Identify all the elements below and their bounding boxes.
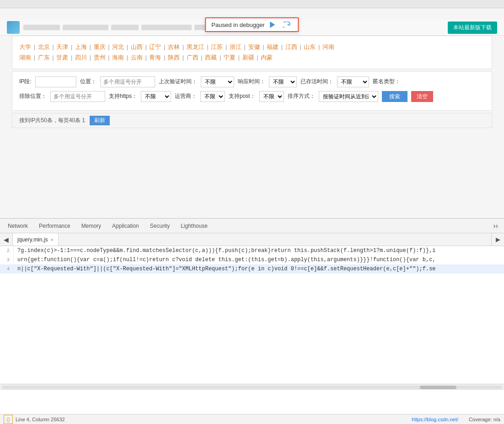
horizontal-scrollbar[interactable]	[0, 384, 504, 390]
tab-performance[interactable]: Performance	[33, 219, 76, 233]
coverage-link: https://blog.csdn.net/	[412, 417, 458, 422]
active-select[interactable]: 不限	[337, 76, 369, 87]
website-area: Paused in debugger 本站最新版下载	[0, 8, 504, 219]
https-select[interactable]: 不限 支持 不支持	[141, 91, 171, 102]
ip-input[interactable]	[35, 76, 76, 87]
line-number-3: 3	[0, 255, 14, 264]
post-label: 支持post：	[229, 92, 256, 100]
svg-marker-0	[287, 24, 290, 26]
clear-button[interactable]: 清空	[411, 91, 433, 102]
file-tab-scroll-right[interactable]: ▶	[491, 233, 504, 246]
ip-label: IP段:	[19, 78, 32, 86]
file-tab-close[interactable]: ×	[50, 237, 53, 242]
tab-application[interactable]: Application	[107, 219, 145, 233]
https-label: 支持https：	[109, 92, 137, 100]
line-col-status: Line 4, Column 25632	[16, 417, 65, 422]
file-tab-name: jquery.min.js	[17, 236, 48, 243]
site-logo	[7, 21, 20, 34]
status-bar: {} Line 4, Column 25632 https://blog.csd…	[0, 414, 504, 424]
line-number-4: 4	[0, 264, 14, 274]
sort-label: 排序方式：	[288, 92, 315, 100]
location-input[interactable]	[100, 76, 155, 87]
code-line-2: 2 ?g.index(c)>-1:1===c.nodeType&&m.find.…	[0, 246, 504, 255]
response-select[interactable]: 不限 1秒内 3秒内	[269, 76, 297, 87]
filter-section: IP段: 位置： 上次验证时间： 不限 1小时内 3小时内 响应时间： 不限 1…	[12, 71, 492, 111]
debugger-banner-text: Paused in debugger	[211, 21, 264, 28]
line-content-4: n||c["X-Requested-With"]||(c["X-Requeste…	[17, 264, 436, 274]
response-label: 响应时间：	[238, 78, 265, 86]
devtools-tabs: Network Performance Memory Application S…	[0, 219, 504, 233]
chinese-nav-section: 大学 | 北京 | 天津 | 上海 | 重庆 | 河北 | 山西 | 辽宁 | …	[12, 36, 492, 69]
search-button[interactable]: 搜索	[382, 91, 407, 102]
code-line-3: 3 urn{get:function(){var c=a();if(null!=…	[0, 255, 504, 264]
chinese-nav-text: 大学 | 北京 | 天津 | 上海 | 重庆 | 河北 | 山西 | 辽宁 | …	[19, 42, 485, 63]
refresh-button[interactable]: 刷新	[90, 116, 110, 125]
isp-select[interactable]: 不限 电信 联通 移动	[200, 91, 225, 102]
line-number-2: 2	[0, 246, 14, 255]
last-verify-select[interactable]: 不限 1小时内 3小时内	[201, 76, 234, 87]
code-area[interactable]: 2 ?g.index(c)>-1:1===c.nodeType&&m.find.…	[0, 246, 504, 384]
status-right: https://blog.csdn.net/ Coverage: n/a	[412, 417, 500, 422]
isp-label: 运营商：	[175, 92, 197, 100]
nav-link-blur-1	[23, 25, 60, 30]
exclude-label: 排除位置：	[19, 92, 47, 100]
tab-network[interactable]: Network	[2, 219, 33, 233]
step-over-button[interactable]	[281, 21, 293, 29]
anon-label: 匿名类型：	[373, 78, 400, 86]
line-content-3: urn{get:function(){var c=a();if(null!=c)…	[17, 255, 436, 264]
svg-rect-1	[284, 27, 284, 28]
status-left: {} Line 4, Column 25632	[4, 415, 65, 424]
coverage-status: Coverage: n/a	[469, 417, 500, 422]
debugger-banner: Paused in debugger	[205, 17, 299, 32]
debugger-banner-container: Paused in debugger	[205, 17, 299, 32]
code-line-4: 4 n||c["X-Requested-With"]||(c["X-Reques…	[0, 264, 504, 274]
resume-script-button[interactable]	[268, 21, 277, 29]
last-verify-label: 上次验证时间：	[159, 78, 197, 86]
browser-top-bar	[0, 0, 504, 8]
nav-link-blur-2	[63, 25, 108, 30]
line-content-2: ?g.index(c)>-1:1===c.nodeType&&m.find.ma…	[17, 246, 436, 255]
tab-memory[interactable]: Memory	[76, 219, 107, 233]
tab-security[interactable]: Security	[145, 219, 175, 233]
devtools-panel: Network Performance Memory Application S…	[0, 218, 504, 424]
scrollbar-thumb[interactable]	[420, 386, 456, 389]
back-button[interactable]: ◀	[0, 233, 13, 246]
post-select[interactable]: 不限 支持	[259, 91, 284, 102]
tab-lighthouse[interactable]: Lighthouse	[175, 219, 213, 233]
play-icon	[270, 21, 275, 28]
filter-row-1: IP段: 位置： 上次验证时间： 不限 1小时内 3小时内 响应时间： 不限 1…	[19, 76, 485, 87]
step-over-icon	[283, 21, 291, 28]
nav-link-blur-4	[141, 25, 192, 30]
file-tab-jquery[interactable]: jquery.min.js ×	[13, 233, 59, 246]
tab-overflow-button[interactable]: ››	[489, 219, 502, 233]
results-text: 搜到IP共50条，每页40条 1	[19, 117, 85, 124]
filter-row-2: 排除位置： 支持https： 不限 支持 不支持 运营商： 不限 电信 联通 移…	[19, 91, 485, 102]
pretty-print-button[interactable]: {}	[4, 415, 13, 424]
exclude-input[interactable]	[50, 91, 105, 102]
location-label: 位置：	[80, 78, 97, 86]
results-bar: 搜到IP共50条，每页40条 1 刷新	[12, 113, 492, 128]
sort-select[interactable]: 按验证时间从近到远 按响应时间从快到慢	[319, 91, 378, 102]
nav-link-blur-3	[111, 25, 139, 30]
file-tab-bar: ◀ jquery.min.js × ▶	[0, 233, 504, 246]
latest-version-button[interactable]: 本站最新版下载	[448, 21, 497, 34]
scrollbar-track	[2, 386, 502, 389]
active-label: 已存活时间：	[300, 78, 333, 86]
